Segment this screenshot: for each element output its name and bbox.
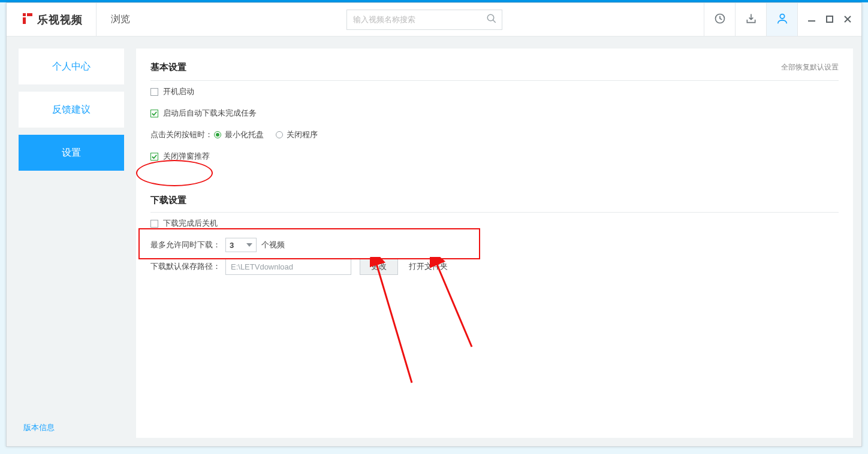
radio-min-tray[interactable]: [214, 131, 221, 138]
sidebar-item-label: 个人中心: [52, 60, 91, 73]
section-basic-title: 基本设置: [150, 62, 186, 73]
letv-logo-icon: [20, 11, 35, 28]
row-shutdown: 下载完成后关机: [150, 213, 839, 234]
checkbox-resume-dl[interactable]: [150, 110, 158, 117]
close-action-prefix: 点击关闭按钮时：: [150, 129, 213, 140]
version-link-label: 版本信息: [23, 423, 55, 432]
dl-path-input[interactable]: [225, 258, 351, 275]
search-input[interactable]: [347, 15, 481, 24]
max-dl-value: 3: [230, 241, 234, 250]
minimize-icon: [807, 14, 816, 25]
max-dl-select[interactable]: 3: [225, 238, 257, 252]
app-window: 乐视视频 浏览: [6, 2, 862, 447]
client-area: 个人中心 反馈建议 设置 版本信息 基本设置 全部恢复默认设置: [7, 37, 861, 446]
minimize-button[interactable]: [803, 3, 821, 37]
svg-line-9: [376, 262, 412, 383]
maximize-button[interactable]: [821, 3, 839, 37]
close-icon: [844, 14, 851, 25]
titlebar-right: [704, 3, 861, 36]
open-folder-link[interactable]: 打开文件夹: [409, 261, 448, 272]
window-controls: [797, 3, 861, 36]
sidebar-item-label: 设置: [62, 147, 81, 159]
history-button[interactable]: [704, 3, 735, 36]
radio-exit-label: 关闭程序: [287, 129, 318, 140]
row-dl-path: 下载默认保存路径： 更改 打开文件夹: [150, 256, 839, 277]
app-name: 乐视视频: [37, 13, 83, 27]
section-download-head: 下载设置: [150, 189, 839, 213]
search-box: [346, 10, 502, 30]
svg-point-0: [487, 14, 494, 21]
section-basic-head: 基本设置 全部恢复默认设置: [150, 55, 839, 81]
download-icon: [745, 13, 757, 27]
autostart-label: 开机启动: [163, 86, 194, 97]
row-close-action: 点击关闭按钮时： 最小化托盘 关闭程序: [150, 124, 839, 146]
clock-icon: [714, 13, 726, 27]
shutdown-label: 下载完成后关机: [163, 218, 218, 229]
checkbox-autostart[interactable]: [150, 88, 158, 96]
row-max-dl: 最多允许同时下载： 3 个视频: [150, 234, 839, 256]
sidebar: 个人中心 反馈建议 设置 版本信息: [7, 37, 136, 446]
max-dl-prefix: 最多允许同时下载：: [150, 240, 221, 250]
row-popup-off: 关闭弹窗推荐: [150, 146, 839, 167]
nav-browse[interactable]: 浏览: [97, 3, 144, 36]
svg-line-1: [493, 20, 496, 23]
reset-defaults-link[interactable]: 全部恢复默认设置: [781, 62, 839, 72]
search-button[interactable]: [481, 10, 502, 30]
sidebar-item-settings[interactable]: 设置: [19, 135, 124, 171]
version-link[interactable]: 版本信息: [19, 419, 124, 437]
sidebar-item-profile[interactable]: 个人中心: [19, 49, 124, 84]
sidebar-item-label: 反馈建议: [52, 104, 91, 116]
radio-exit[interactable]: [276, 131, 283, 138]
search-wrap: [346, 3, 502, 36]
checkbox-shutdown[interactable]: [150, 220, 158, 228]
checkbox-popup-off[interactable]: [150, 153, 158, 161]
popup-off-label: 关闭弹窗推荐: [163, 151, 210, 162]
svg-point-4: [780, 14, 784, 18]
logo-cell: 乐视视频: [7, 3, 97, 36]
resume-dl-label: 启动后自动下载未完成任务: [163, 108, 257, 119]
row-resume-dl: 启动后自动下载未完成任务: [150, 102, 839, 124]
dl-path-prefix: 下载默认保存路径：: [150, 261, 221, 272]
nav-browse-label: 浏览: [111, 13, 130, 26]
change-path-button[interactable]: 更改: [360, 258, 398, 275]
user-icon: [776, 12, 789, 28]
close-button[interactable]: [839, 3, 857, 37]
maximize-icon: [826, 14, 833, 25]
titlebar: 乐视视频 浏览: [7, 3, 861, 37]
sidebar-item-feedback[interactable]: 反馈建议: [19, 92, 124, 128]
downloads-button[interactable]: [735, 3, 766, 36]
section-download-title: 下载设置: [150, 195, 186, 206]
max-dl-suffix: 个视频: [261, 240, 285, 250]
account-button[interactable]: [766, 3, 797, 36]
svg-rect-5: [808, 20, 815, 22]
search-icon: [486, 13, 497, 26]
radio-min-tray-label: 最小化托盘: [225, 129, 264, 140]
row-autostart: 开机启动: [150, 81, 839, 102]
chevron-down-icon: [246, 243, 252, 247]
settings-content: 基本设置 全部恢复默认设置 开机启动 启动后自动下载未完成任务 点击关闭按钮时：: [136, 49, 853, 438]
svg-rect-6: [827, 16, 833, 22]
